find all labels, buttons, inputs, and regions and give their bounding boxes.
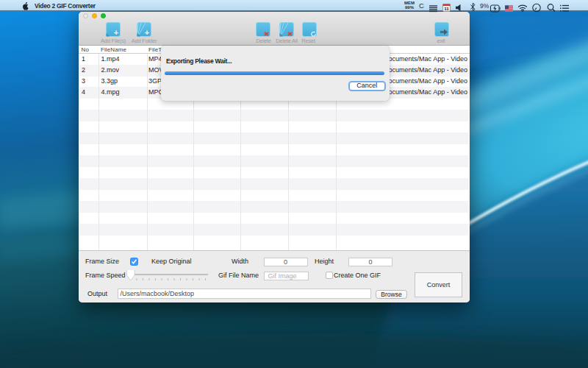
svg-text:11: 11: [444, 6, 449, 11]
svg-text:+: +: [145, 27, 149, 36]
svg-text:+: +: [114, 27, 118, 36]
